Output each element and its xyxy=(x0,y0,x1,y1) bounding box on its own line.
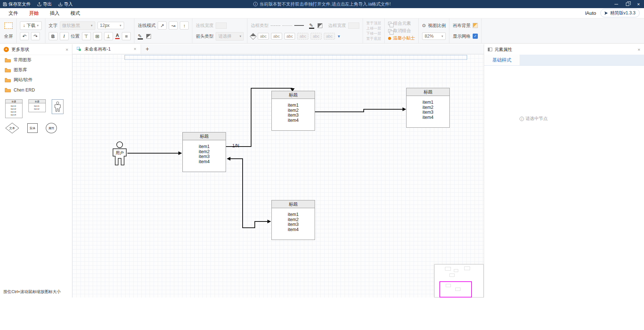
zoom-select[interactable]: 82% ▾ xyxy=(422,32,446,40)
shape-diamond-preview[interactable]: 文本 xyxy=(5,123,19,134)
view-scale-label: 视图比例 xyxy=(428,23,446,29)
save-to-file-button[interactable]: 保存至文件 xyxy=(3,1,31,7)
shape-entity-preview[interactable]: 实体 xyxy=(27,123,38,133)
toolbar-group-file: ↓ 下载 ▾ ↶ ↷ xyxy=(17,18,45,43)
minimap-viewport[interactable] xyxy=(439,281,472,298)
add-tab-button[interactable]: + xyxy=(141,44,154,54)
connector-top-to-right[interactable] xyxy=(315,107,406,112)
font-size-select[interactable]: 12px ▾ xyxy=(97,22,124,29)
border-color-pen-icon[interactable]: ✎ xyxy=(309,23,313,28)
sidebar-item-shape-library[interactable]: 图形库 xyxy=(0,65,72,75)
shape-table-preview-small[interactable]: 标题 item1 item2 xyxy=(28,99,46,112)
marquee-select-icon[interactable] xyxy=(4,23,13,29)
fullscreen-button[interactable]: 全屏 xyxy=(4,33,13,39)
tips-icon xyxy=(388,37,391,40)
border-width-input[interactable] xyxy=(348,23,359,29)
line-fill-icon[interactable] xyxy=(146,34,151,39)
tab-close-icon[interactable]: × xyxy=(134,47,136,52)
shape-fill-icon[interactable] xyxy=(318,23,322,28)
bold-button[interactable]: B xyxy=(49,32,58,40)
text-style-abc-2[interactable]: abc xyxy=(271,33,282,39)
sidebar-item-common-shapes[interactable]: 常用图形 xyxy=(0,55,72,65)
maximize-button[interactable] xyxy=(622,0,633,8)
sidebar-item-chen-erd[interactable]: Chen ERD xyxy=(0,85,72,95)
minimap[interactable] xyxy=(434,264,484,298)
entity-table-right[interactable]: 标题 item1 item2 item3 item4 xyxy=(406,88,450,128)
minimize-button[interactable] xyxy=(611,0,622,8)
entity-item: item4 xyxy=(288,227,298,233)
shape-table-preview[interactable]: 标题 item1 item2 item3 item4 xyxy=(5,99,23,118)
sidebar-close-icon[interactable]: × xyxy=(65,47,68,52)
layer-bottom-button[interactable]: 置于底层 xyxy=(366,36,381,41)
folder-icon xyxy=(5,78,11,82)
line-straight-icon[interactable]: ↗ xyxy=(158,21,167,30)
italic-button[interactable]: I xyxy=(60,32,69,40)
text-style-abc-5[interactable]: abc xyxy=(311,33,322,39)
border-dashed-option[interactable] xyxy=(271,25,280,26)
zoom-hint-statusbar: 按住Ctrl+滚动鼠标缩放图标大小 xyxy=(3,289,61,295)
import-button[interactable]: 导入 xyxy=(58,1,73,7)
folder-icon xyxy=(5,58,11,62)
undo-button[interactable]: ↶ xyxy=(20,32,29,40)
font-color-button[interactable]: A xyxy=(115,33,120,39)
diagram-canvas[interactable]: 1/N 用户 标题 item1 item2 item3 item4 标题 ite… xyxy=(72,54,484,298)
distribute-icon[interactable]: ⊞ xyxy=(93,32,102,40)
redo-button[interactable]: ↷ xyxy=(31,32,40,40)
export-label: 导出 xyxy=(43,1,52,7)
group-elements-button[interactable]: 组合元素 xyxy=(388,20,415,27)
text-style-abc-1[interactable]: abc xyxy=(258,33,269,39)
entity-table-bottom[interactable]: 标题 item1 item2 item3 item4 xyxy=(271,200,315,240)
layer-top-button[interactable]: 置于顶层 xyxy=(366,21,381,25)
shape-attribute-preview[interactable]: 属性 xyxy=(46,123,57,133)
download-button[interactable]: ↓ 下载 ▾ xyxy=(20,21,42,30)
sidebar-item-web-software[interactable]: 网站/软件 xyxy=(0,75,72,85)
tab-basic-style[interactable]: 基础样式 xyxy=(484,55,520,65)
layer-up-button[interactable]: 上移一层 xyxy=(366,26,381,31)
close-button[interactable]: × xyxy=(633,0,644,8)
add-shapes-icon[interactable]: + xyxy=(4,47,9,52)
entity-table-center[interactable]: 标题 item1 item2 item3 item4 xyxy=(182,132,226,172)
text-align-icon[interactable]: ≡ xyxy=(122,32,131,40)
more-styles-chevron-icon[interactable]: ▼ xyxy=(337,34,341,38)
align-top-icon[interactable]: ⊤ xyxy=(82,32,91,40)
line-curve-icon[interactable]: ↝ xyxy=(169,21,178,30)
text-style-abc-3[interactable]: abc xyxy=(284,33,295,39)
version-badge[interactable]: 精简版v1.3.3 xyxy=(600,9,640,17)
properties-panel-close-icon[interactable]: × xyxy=(637,47,640,52)
align-bottom-icon[interactable]: ⊥ xyxy=(104,32,113,40)
line-width-input[interactable] xyxy=(216,23,227,29)
line-color-pen-icon[interactable]: ✎ xyxy=(138,34,142,38)
menu-file[interactable]: 文件 xyxy=(3,8,24,18)
text-style-abc-6[interactable]: abc xyxy=(324,33,335,39)
canvas-bg-label: 画布背景 xyxy=(453,23,470,29)
entity-item: item4 xyxy=(199,159,209,165)
layer-down-button[interactable]: 下移一层 xyxy=(366,31,381,36)
canvas-bg-swatch[interactable] xyxy=(473,23,478,28)
border-solid-option[interactable] xyxy=(294,25,304,26)
toolbar-group-text: 文字 微软雅黑 ▾ 12px ▾ B I 位置 ⊤ ⊞ ⊥ A ≡ xyxy=(45,18,135,43)
line-ortho-icon[interactable]: ↑ xyxy=(180,21,189,30)
chevron-down-icon: ▾ xyxy=(37,24,39,27)
group-icon xyxy=(388,22,391,25)
shape-actor-preview[interactable] xyxy=(52,99,64,114)
ungroup-button[interactable]: 取消组合 xyxy=(388,28,415,34)
connector-actor-to-center[interactable] xyxy=(127,151,182,155)
text-style-abc-4[interactable]: abc xyxy=(297,33,308,39)
menu-insert[interactable]: 插入 xyxy=(44,8,65,18)
tips-button[interactable]: 温馨小贴士 xyxy=(388,35,415,42)
arrow-type-select[interactable]: 请选择 ▾ xyxy=(216,32,244,41)
border-dotted-option[interactable] xyxy=(282,25,292,26)
entity-item: item3 xyxy=(422,110,433,115)
actor-shape[interactable]: 用户 xyxy=(111,141,129,166)
tab-canvas-1[interactable]: 未命名画布-1 × xyxy=(72,44,141,54)
entity-table-top[interactable]: 标题 item1 item2 item3 item4 xyxy=(271,91,315,131)
show-grid-checkbox[interactable]: ✓ xyxy=(473,34,478,39)
export-button[interactable]: 导出 xyxy=(37,1,52,7)
format-painter-icon[interactable] xyxy=(250,33,257,39)
connector-bottom-to-center[interactable] xyxy=(227,157,271,228)
menu-home[interactable]: 开始 xyxy=(24,8,44,18)
font-family-select[interactable]: 微软雅黑 ▾ xyxy=(60,21,95,30)
menu-mode[interactable]: 模式 xyxy=(65,8,86,18)
minimap-shape xyxy=(445,267,451,271)
cardinality-label[interactable]: 1/N xyxy=(232,143,239,148)
